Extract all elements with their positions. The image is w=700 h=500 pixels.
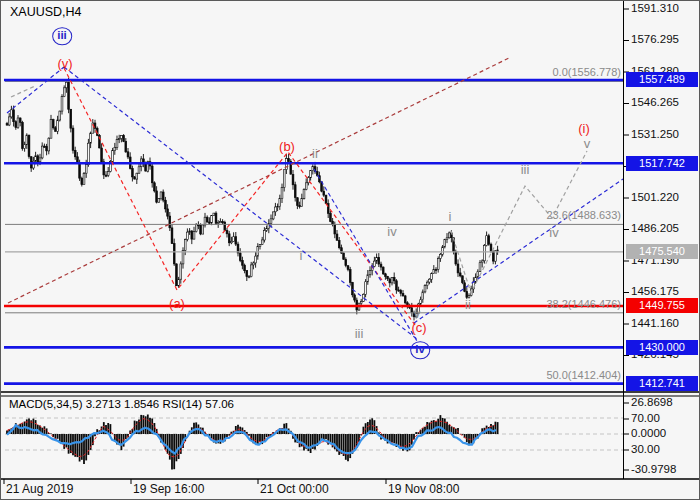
price-levels <box>4 80 623 384</box>
trendlines[interactable] <box>7 58 623 341</box>
candlesticks[interactable] <box>6 78 498 321</box>
chart-canvas[interactable] <box>1 1 700 500</box>
axes <box>1 1 700 484</box>
indicator-panel[interactable] <box>5 415 623 470</box>
chart-window: XAUUSD,H4 MACD(5,34,5) 3.2713 1.8546 RSI… <box>0 0 700 500</box>
